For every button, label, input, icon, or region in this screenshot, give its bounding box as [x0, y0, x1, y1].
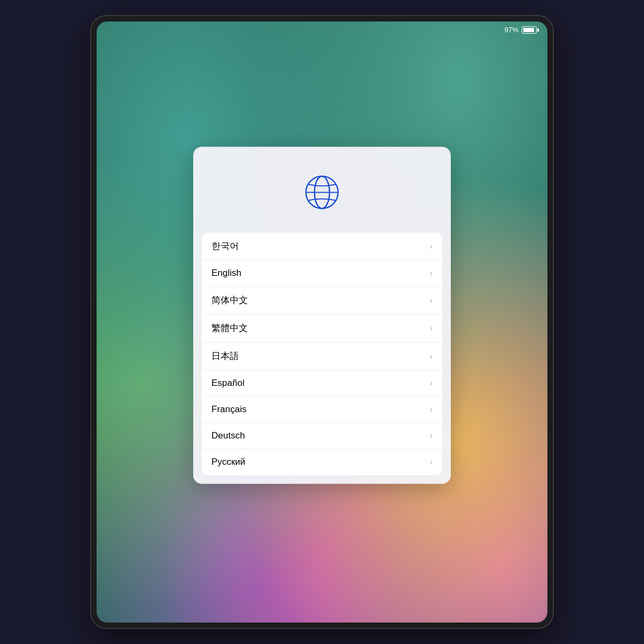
chevron-right-icon: ›: [430, 352, 433, 361]
language-label-french: Français: [211, 404, 246, 415]
language-label-traditional_chinese: 繁體中文: [211, 322, 248, 334]
language-item-simplified_chinese[interactable]: 简体中文›: [202, 287, 442, 314]
language-list: 한국어›English›简体中文›繁體中文›日本語›Español›França…: [202, 232, 442, 475]
chevron-right-icon: ›: [430, 296, 433, 305]
language-item-spanish[interactable]: Español›: [202, 370, 442, 397]
ipad-device: 97% 한국어›English›简体中文›繁體中文›: [91, 16, 553, 628]
language-label-german: Deutsch: [211, 430, 245, 441]
language-label-korean: 한국어: [211, 240, 239, 252]
chevron-right-icon: ›: [430, 378, 433, 388]
chevron-right-icon: ›: [430, 405, 433, 414]
chevron-right-icon: ›: [430, 457, 433, 467]
language-item-traditional_chinese[interactable]: 繁體中文›: [202, 314, 442, 342]
battery-fill: [523, 28, 534, 32]
language-label-russian: Русский: [211, 457, 245, 467]
language-selection-card: 한국어›English›简体中文›繁體中文›日本語›Español›França…: [193, 147, 451, 484]
globe-icon: [303, 173, 341, 211]
battery-icon: [522, 26, 537, 34]
globe-section: [193, 147, 451, 232]
language-item-german[interactable]: Deutsch›: [202, 423, 442, 449]
language-label-japanese: 日本語: [211, 350, 239, 362]
language-item-japanese[interactable]: 日本語›: [202, 342, 442, 370]
language-label-simplified_chinese: 简体中文: [211, 294, 248, 306]
language-item-russian[interactable]: Русский›: [202, 449, 442, 475]
language-item-english[interactable]: English›: [202, 260, 442, 287]
language-item-french[interactable]: Français›: [202, 397, 442, 423]
device-screen: 97% 한국어›English›简体中文›繁體中文›: [97, 21, 547, 623]
language-label-spanish: Español: [211, 378, 244, 389]
battery-percentage: 97%: [504, 26, 518, 34]
status-bar: 97%: [504, 26, 537, 34]
chevron-right-icon: ›: [430, 431, 433, 441]
chevron-right-icon: ›: [430, 324, 433, 333]
chevron-right-icon: ›: [430, 268, 433, 278]
language-label-english: English: [211, 268, 241, 279]
chevron-right-icon: ›: [430, 241, 433, 251]
language-item-korean[interactable]: 한국어›: [202, 232, 442, 260]
